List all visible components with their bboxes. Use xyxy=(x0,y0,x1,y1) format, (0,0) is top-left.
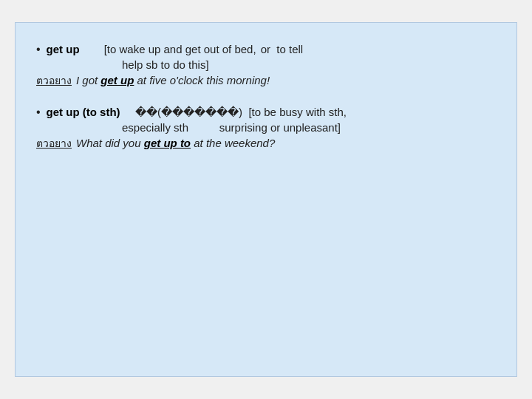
entry-line-1: • get up [to wake up and get out of bed,… xyxy=(36,41,496,58)
or-1: or xyxy=(261,41,270,58)
def-1: to tell xyxy=(273,41,303,58)
thai-2 xyxy=(123,104,133,121)
bullet-2: • xyxy=(36,103,41,121)
bullet-1: • xyxy=(36,41,41,58)
example-label-2: ตวอยาง xyxy=(36,135,72,151)
def-2: [to be busy with sth, xyxy=(248,104,347,121)
bracket-2: ��(�������) xyxy=(135,104,248,121)
entry-get-up: • get up [to wake up and get out of bed,… xyxy=(36,41,496,89)
term-get-up: get up xyxy=(47,41,80,58)
second-line-1: help sb to do this] xyxy=(48,58,496,71)
highlight-get-up-to: get up to xyxy=(144,137,191,149)
bracket-1: [to wake up and get out of bed, xyxy=(104,41,259,58)
example-line-1: ตวอยาง I got get up at five o'clock this… xyxy=(36,72,496,89)
entry-line-2: • get up (to sth) ��(�������) [to be bus… xyxy=(36,103,496,121)
example-label-1: ตวอยาง xyxy=(36,72,72,89)
entry-get-up-to: • get up (to sth) ��(�������) [to be bus… xyxy=(36,103,496,151)
main-card: • get up [to wake up and get out of bed,… xyxy=(15,22,517,377)
example-line-2: ตวอยาง What did you get up to at the wee… xyxy=(36,135,496,151)
highlight-get-up: get up xyxy=(100,74,134,86)
term-get-up-to: get up (to sth) xyxy=(47,104,120,121)
example-text-2: What did you get up to at the weekend? xyxy=(76,137,275,149)
example-text-1: I got get up at five o'clock this mornin… xyxy=(76,74,270,86)
thai-1 xyxy=(83,41,101,58)
second-line-2: especially sth surprising or unpleasant] xyxy=(48,121,496,134)
